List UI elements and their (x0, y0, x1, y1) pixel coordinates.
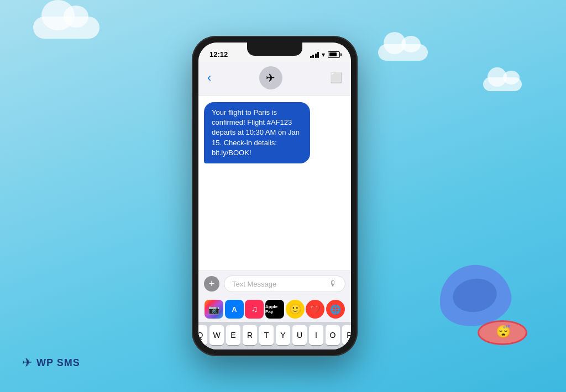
key-w[interactable]: W (209, 325, 224, 345)
phone-screen: 12:12 ▾ ‹ ✈ (198, 43, 351, 349)
phone-shell: 12:12 ▾ ‹ ✈ (192, 36, 358, 356)
battery-icon (328, 51, 340, 58)
key-t[interactable]: T (259, 325, 274, 345)
key-i[interactable]: I (309, 325, 323, 345)
key-p[interactable]: P (342, 325, 351, 345)
plus-icon: + (209, 278, 215, 290)
eye-mask (478, 320, 527, 345)
back-button[interactable]: ‹ (207, 71, 211, 85)
message-bubble: Your flight to Paris is confirmed! Fligh… (204, 102, 310, 163)
phone-notch (247, 43, 302, 56)
send-icon: ✈ (22, 356, 32, 370)
pillow-illustration (439, 259, 527, 348)
keyboard: Q W E R T Y U I O P (198, 322, 351, 349)
key-q[interactable]: Q (198, 325, 207, 345)
appstore-button[interactable]: A (225, 300, 244, 319)
apps-bar: 📷 A ♫ Apple Pay 🙂 ❤️ 🌐 (198, 296, 351, 322)
app-header: ‹ ✈ ⬜ (198, 62, 351, 96)
status-time: 12:12 (209, 50, 228, 59)
brand-name: WP SMS (36, 357, 80, 369)
cloud-2 (378, 44, 428, 61)
wifi-icon: ▾ (322, 51, 325, 59)
key-u[interactable]: U (292, 325, 307, 345)
photos-icon: 📷 (208, 304, 219, 315)
globe-button[interactable]: 🌐 (326, 300, 345, 319)
input-row: + Text Message 🎙 (198, 271, 351, 296)
cloud-1 (33, 17, 99, 39)
music-icon: ♫ (251, 304, 258, 314)
message-text: Your flight to Paris is confirmed! Fligh… (212, 108, 300, 157)
key-e[interactable]: E (226, 325, 240, 345)
key-o[interactable]: O (326, 325, 340, 345)
input-placeholder: Text Message (232, 280, 276, 288)
phone-container: 12:12 ▾ ‹ ✈ (192, 36, 358, 356)
applepay-button[interactable]: Apple Pay (265, 300, 284, 319)
airplane-emoji: ✈ (266, 71, 275, 84)
mic-icon: 🎙 (329, 279, 337, 288)
memoji-icon: 🙂 (289, 303, 301, 315)
key-r[interactable]: R (243, 325, 257, 345)
messages-area: Your flight to Paris is confirmed! Fligh… (198, 96, 351, 271)
appstore-icon: A (232, 305, 237, 314)
cloud-3 (483, 77, 522, 91)
status-icons: ▾ (310, 51, 340, 59)
wp-sms-logo: ✈ WP SMS (22, 356, 80, 370)
message-input[interactable]: Text Message 🎙 (224, 276, 345, 292)
pillow-inner (450, 276, 499, 316)
video-button[interactable]: ⬜ (330, 72, 342, 84)
key-y[interactable]: Y (276, 325, 290, 345)
add-attachment-button[interactable]: + (204, 276, 219, 292)
heart-icon: ❤️ (310, 304, 321, 315)
globe-icon: 🌐 (330, 304, 341, 315)
keyboard-row-1: Q W E R T Y U I O P (201, 325, 349, 345)
contact-avatar[interactable]: ✈ (259, 66, 282, 89)
signal-icon (310, 51, 319, 58)
applepay-icon: Apple Pay (265, 304, 284, 314)
photos-app-button[interactable]: 📷 (205, 300, 223, 319)
memoji-button[interactable]: 🙂 (286, 300, 305, 319)
reaction-button[interactable]: ❤️ (306, 300, 324, 319)
music-button[interactable]: ♫ (245, 300, 264, 319)
